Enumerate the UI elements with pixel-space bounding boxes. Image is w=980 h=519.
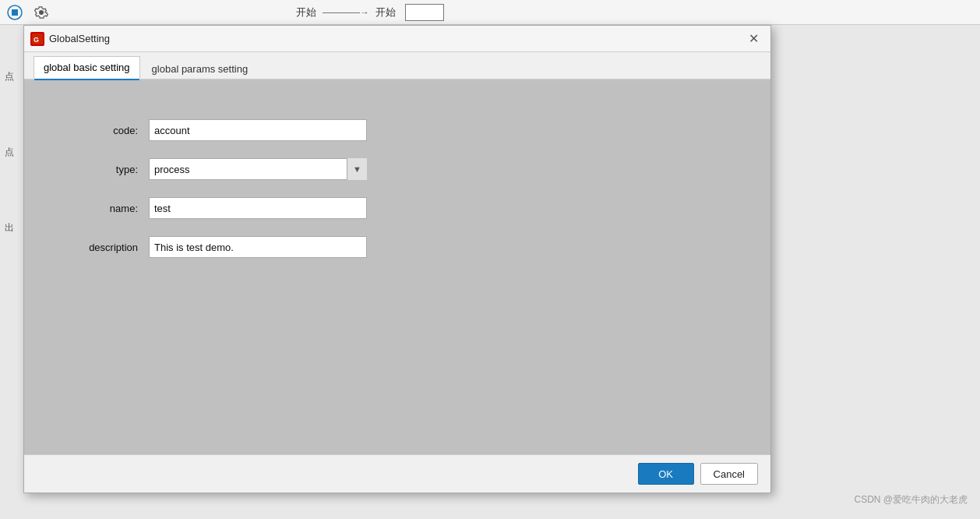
tab-global-basic-setting[interactable]: global basic setting [33,56,140,79]
name-label: name: [71,203,149,214]
name-input[interactable] [149,197,367,219]
type-row: type: process service task ▼ [71,158,724,180]
close-button[interactable]: ✕ [742,30,764,48]
code-label: code: [71,125,149,136]
code-input[interactable] [149,119,367,141]
ok-button[interactable]: OK [638,463,694,485]
description-row: description [71,236,724,258]
dialog-body: code: type: process service task ▼ [24,80,770,454]
type-select-wrapper: process service task ▼ [149,158,367,180]
global-setting-dialog: G GlobalSetting ✕ global basic setting g… [23,25,771,493]
description-input[interactable] [149,236,367,258]
dialog-title: GlobalSetting [49,33,742,44]
dialog-titlebar: G GlobalSetting ✕ [24,26,770,52]
csdn-watermark: CSDN @爱吃牛肉的大老虎 [854,493,968,507]
dialog-tabs: global basic setting global params setti… [24,52,770,80]
description-label: description [71,242,149,253]
type-select[interactable]: process service task [149,158,367,180]
form-area: code: type: process service task ▼ [40,104,755,291]
type-label: type: [71,164,149,175]
cancel-button[interactable]: Cancel [700,463,758,485]
svg-text:G: G [33,36,39,44]
dialog-overlay: G GlobalSetting ✕ global basic setting g… [0,0,980,519]
name-row: name: [71,197,724,219]
dialog-footer: OK Cancel [24,454,770,493]
dialog-app-icon: G [30,32,44,46]
tab-global-params-setting[interactable]: global params setting [142,58,259,79]
code-row: code: [71,119,724,141]
